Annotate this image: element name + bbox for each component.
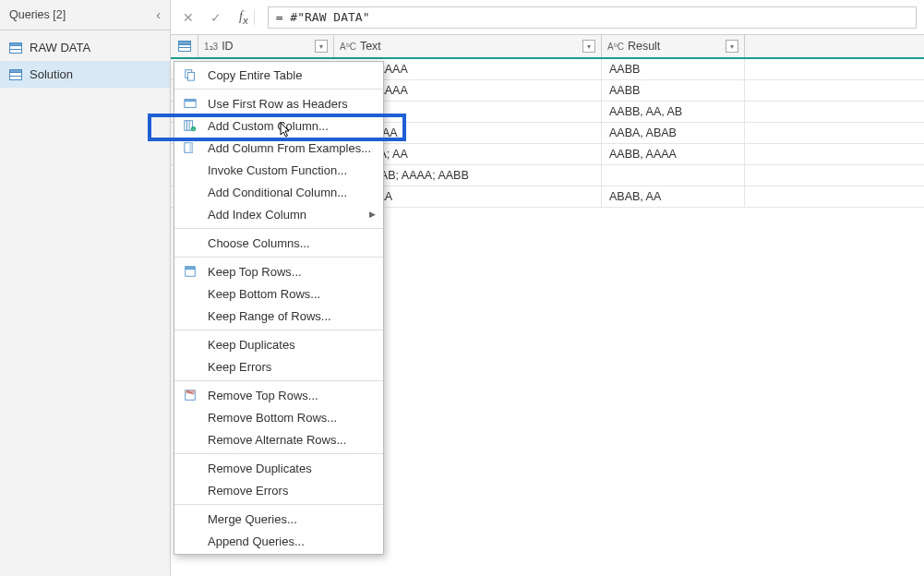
table-context-menu: Copy Entire TableUse First Row as Header… bbox=[174, 61, 384, 555]
collapse-sidebar-icon[interactable]: ‹ bbox=[156, 7, 161, 22]
menu-item-label: Add Index Column bbox=[208, 208, 306, 222]
menu-item-merge-queries[interactable]: Merge Queries... bbox=[174, 508, 383, 530]
menu-item-add-column-from-examples[interactable]: Add Column From Examples... bbox=[174, 137, 383, 159]
blank-icon bbox=[182, 483, 198, 498]
menu-item-label: Append Queries... bbox=[208, 534, 305, 548]
submenu-arrow-icon: ▶ bbox=[369, 210, 376, 219]
table-corner-button[interactable] bbox=[171, 35, 198, 57]
column-header-result[interactable]: AᵇCResult ▾ bbox=[602, 35, 745, 57]
query-item-solution[interactable]: Solution bbox=[0, 61, 170, 88]
menu-item-remove-bottom-rows[interactable]: Remove Bottom Rows... bbox=[174, 406, 383, 428]
menu-item-label: Copy Entire Table bbox=[208, 68, 302, 82]
blank-icon bbox=[182, 511, 198, 526]
addex-icon bbox=[182, 140, 198, 155]
cell-result[interactable]: AABB, AAAA bbox=[602, 144, 745, 164]
main-panel: ✕ ✓ fx 1₂3ID ▾ AᵇCText ▾ AᵇCResult ▾ AAB… bbox=[171, 0, 924, 576]
blank-icon bbox=[182, 162, 198, 177]
column-label: Result bbox=[628, 40, 660, 53]
menu-item-label: Remove Errors bbox=[208, 484, 288, 498]
cell-result[interactable]: ABAB, AA bbox=[602, 186, 745, 207]
menu-item-label: Remove Bottom Rows... bbox=[208, 411, 337, 425]
cell-result[interactable]: AABB bbox=[602, 59, 745, 79]
text-type-icon: AᵇC bbox=[340, 42, 356, 52]
cell-result[interactable]: AABB bbox=[602, 80, 745, 101]
menu-item-keep-range-of-rows[interactable]: Keep Range of Rows... bbox=[174, 305, 383, 327]
formula-input[interactable] bbox=[268, 6, 917, 29]
column-label: Text bbox=[360, 40, 381, 53]
copy-icon bbox=[182, 67, 198, 82]
column-header-id[interactable]: 1₂3ID ▾ bbox=[198, 35, 334, 57]
query-list: RAW DATA Solution bbox=[0, 30, 170, 88]
menu-item-keep-errors[interactable]: Keep Errors bbox=[174, 355, 383, 378]
grid-header-row: 1₂3ID ▾ AᵇCText ▾ AᵇCResult ▾ bbox=[171, 35, 924, 59]
blank-icon bbox=[182, 432, 198, 447]
sidebar-title: Queries [2] bbox=[9, 8, 66, 21]
blank-icon bbox=[182, 207, 198, 222]
column-label: ID bbox=[222, 40, 234, 53]
menu-item-label: Add Conditional Column... bbox=[208, 186, 347, 199]
blank-icon bbox=[182, 359, 198, 374]
menu-item-label: Choose Columns... bbox=[208, 236, 310, 250]
text-type-icon: AᵇC bbox=[607, 42, 624, 52]
menu-separator bbox=[174, 453, 383, 454]
addcol-icon: + bbox=[182, 118, 198, 133]
table-icon bbox=[9, 42, 22, 54]
filter-dropdown-icon[interactable]: ▾ bbox=[315, 40, 328, 53]
cell-result[interactable] bbox=[602, 165, 745, 186]
menu-item-label: Keep Top Rows... bbox=[208, 265, 302, 279]
menu-item-copy-entire-table[interactable]: Copy Entire Table bbox=[174, 64, 383, 86]
blank-icon bbox=[182, 534, 198, 548]
formula-bar: ✕ ✓ fx bbox=[171, 0, 924, 35]
menu-separator bbox=[174, 257, 383, 258]
filter-dropdown-icon[interactable]: ▾ bbox=[582, 40, 595, 53]
menu-item-label: Keep Duplicates bbox=[208, 338, 295, 352]
blank-icon bbox=[182, 337, 198, 352]
column-header-text[interactable]: AᵇCText ▾ bbox=[334, 35, 602, 57]
remove-icon bbox=[182, 388, 198, 402]
menu-item-keep-duplicates[interactable]: Keep Duplicates bbox=[174, 333, 383, 355]
menu-item-label: Invoke Custom Function... bbox=[208, 163, 347, 177]
svg-rect-3 bbox=[185, 100, 196, 102]
table-icon bbox=[178, 41, 191, 52]
blank-icon bbox=[182, 235, 198, 250]
header-icon bbox=[182, 96, 198, 111]
cell-result[interactable]: AABB, AA, AB bbox=[602, 102, 745, 122]
cell-result[interactable]: AABA, ABAB bbox=[602, 123, 745, 143]
keep-icon bbox=[182, 264, 198, 279]
menu-item-add-conditional-column[interactable]: Add Conditional Column... bbox=[174, 181, 383, 203]
blank-icon bbox=[182, 461, 198, 475]
query-label: Solution bbox=[30, 67, 73, 81]
menu-item-remove-errors[interactable]: Remove Errors bbox=[174, 479, 383, 501]
menu-separator bbox=[174, 330, 383, 330]
svg-rect-10 bbox=[189, 143, 193, 153]
fx-label: fx bbox=[234, 9, 255, 26]
query-item-raw-data[interactable]: RAW DATA bbox=[0, 34, 170, 61]
menu-item-remove-top-rows[interactable]: Remove Top Rows... bbox=[174, 384, 383, 406]
menu-separator bbox=[174, 228, 383, 229]
menu-item-use-first-row-as-headers[interactable]: Use First Row as Headers bbox=[174, 92, 383, 114]
menu-item-invoke-custom-function[interactable]: Invoke Custom Function... bbox=[174, 159, 383, 181]
filter-dropdown-icon[interactable]: ▾ bbox=[726, 40, 738, 53]
menu-item-label: Add Custom Column... bbox=[208, 119, 329, 133]
menu-item-label: Remove Alternate Rows... bbox=[208, 433, 346, 447]
menu-item-label: Keep Bottom Rows... bbox=[208, 287, 320, 301]
menu-item-keep-top-rows[interactable]: Keep Top Rows... bbox=[174, 260, 383, 282]
menu-item-remove-duplicates[interactable]: Remove Duplicates bbox=[174, 457, 383, 479]
menu-item-label: Add Column From Examples... bbox=[208, 141, 371, 155]
menu-item-label: Keep Range of Rows... bbox=[208, 309, 331, 323]
table-icon bbox=[9, 69, 22, 80]
menu-separator bbox=[174, 89, 383, 90]
menu-item-remove-alternate-rows[interactable]: Remove Alternate Rows... bbox=[174, 428, 383, 450]
menu-item-add-index-column[interactable]: Add Index Column▶ bbox=[174, 203, 383, 225]
number-type-icon: 1₂3 bbox=[204, 42, 218, 52]
menu-item-keep-bottom-rows[interactable]: Keep Bottom Rows... bbox=[174, 282, 383, 305]
cancel-formula-icon[interactable]: ✕ bbox=[178, 7, 198, 28]
svg-rect-12 bbox=[186, 267, 196, 270]
menu-item-append-queries[interactable]: Append Queries... bbox=[174, 530, 383, 552]
grid-area: 1₂3ID ▾ AᵇCText ▾ AᵇCResult ▾ AABB ; AA;… bbox=[171, 35, 924, 576]
menu-item-add-custom-column[interactable]: +Add Custom Column... bbox=[174, 114, 383, 137]
menu-item-choose-columns[interactable]: Choose Columns... bbox=[174, 232, 383, 254]
blank-icon bbox=[182, 185, 198, 199]
menu-item-label: Remove Top Rows... bbox=[208, 389, 318, 402]
accept-formula-icon[interactable]: ✓ bbox=[206, 7, 226, 28]
